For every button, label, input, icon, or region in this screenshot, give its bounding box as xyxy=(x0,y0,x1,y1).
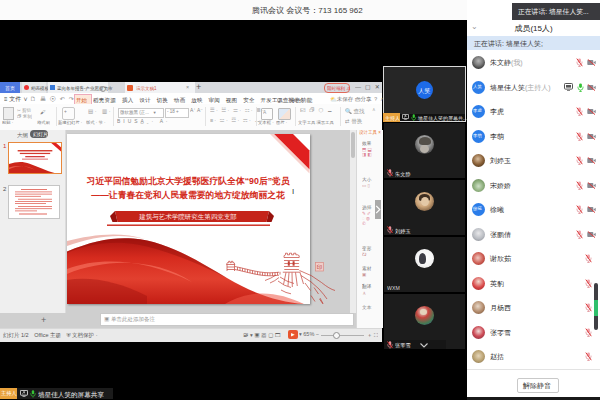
svg-text:印: 印 xyxy=(317,264,323,270)
